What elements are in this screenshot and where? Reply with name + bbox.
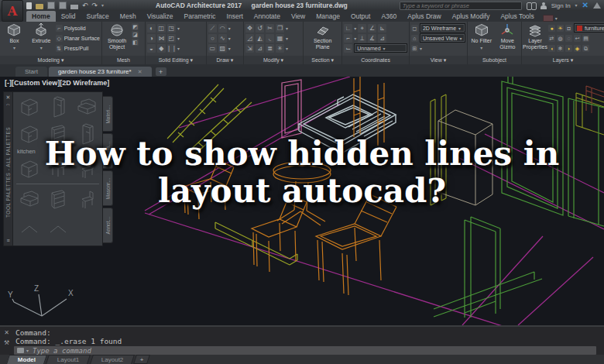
drawing-viewport[interactable]: [-][Custom View][2D Wireframe]: [0, 77, 604, 325]
search-input[interactable]: [400, 2, 522, 10]
sign-in-dropdown-icon[interactable]: ▾: [575, 2, 578, 9]
palette-autohide-icon[interactable]: ⇔: [5, 101, 11, 108]
tab-layout1[interactable]: Layout1: [46, 355, 91, 364]
panel-label-modeling[interactable]: Modeling ▾: [0, 56, 101, 64]
ribbon-tab-solid[interactable]: Solid: [56, 11, 81, 22]
palette-properties-icon[interactable]: ≡: [6, 237, 9, 244]
help-icon[interactable]: [593, 2, 601, 9]
layer-freeze2-icon[interactable]: ❄: [557, 45, 564, 52]
no-filter-tool[interactable]: No Filter ▾: [469, 23, 494, 50]
mesh-refine-icon[interactable]: ◩: [132, 23, 139, 30]
palette-tool-cabinet-3[interactable]: [72, 94, 101, 119]
aplus-toolbar-icon[interactable]: [543, 15, 554, 22]
panel-label-mesh[interactable]: Mesh: [102, 56, 145, 64]
save-as-icon[interactable]: [59, 2, 67, 9]
slice-icon[interactable]: ◆: [157, 44, 166, 53]
offset-icon[interactable]: ≣: [266, 44, 274, 53]
viewport-controls[interactable]: [-][Custom View][2D Wireframe]: [5, 79, 109, 87]
smooth-object-tool[interactable]: Smooth Object: [104, 23, 130, 50]
layer-merge-icon[interactable]: ⧉: [582, 45, 589, 52]
ribbon-tab-output[interactable]: Output: [345, 11, 376, 22]
ucs-origin-icon[interactable]: ∠: [368, 24, 376, 33]
command-customize-icon[interactable]: ⚒: [4, 340, 9, 346]
app-menu-button[interactable]: A: [2, 0, 23, 22]
mirror-icon[interactable]: ◭: [256, 34, 264, 43]
layer-walk-icon[interactable]: ▤: [582, 35, 589, 42]
layer-lock2-icon[interactable]: ◈: [574, 45, 581, 52]
extract-edges-icon[interactable]: ◫: [157, 24, 166, 33]
press-pull-tool[interactable]: ⇅ Press/Pull: [56, 43, 100, 53]
tab-layout2[interactable]: Layout2: [90, 355, 135, 364]
palette-tool-cabinet-2[interactable]: [43, 94, 72, 119]
hatch-icon[interactable]: ▨: [218, 44, 227, 53]
mesh-smooth-more-icon[interactable]: ◧: [132, 39, 139, 46]
intersect-icon[interactable]: ◒: [147, 44, 156, 53]
layer-dropdown[interactable]: furniture ▾: [574, 23, 604, 33]
shell-icon[interactable]: ❘❘: [167, 44, 176, 53]
mesh-crease-icon[interactable]: ◪: [132, 31, 139, 38]
layer-on-off-icon[interactable]: ●: [548, 25, 555, 32]
command-input[interactable]: [31, 346, 593, 355]
layer-properties-tool[interactable]: Layer Properties: [523, 23, 547, 50]
extrude-tool[interactable]: Extrude ▾: [29, 23, 54, 50]
ribbon-options-caret-icon[interactable]: ▾: [555, 15, 558, 21]
viewport-config-icon[interactable]: ⊞: [411, 45, 418, 52]
array-icon[interactable]: ▦: [276, 34, 284, 43]
ribbon-tab-parametric[interactable]: Parametric: [179, 11, 221, 22]
ribbon-tab-aplus-draw[interactable]: Aplus Draw: [402, 11, 446, 22]
layer-isolate-icon[interactable]: ◍: [557, 35, 564, 42]
ribbon-tab-home[interactable]: Home: [26, 11, 56, 22]
copy-icon[interactable]: ❐: [276, 24, 284, 33]
ribbon-tab-view[interactable]: View: [286, 11, 311, 22]
ribbon-tab-manage[interactable]: Manage: [311, 11, 345, 22]
panel-label-coordinates[interactable]: Coordinates: [342, 56, 409, 64]
circle-icon[interactable]: ○: [208, 34, 217, 43]
panel-label-modify[interactable]: Modify ▾: [244, 56, 303, 64]
new-file-icon[interactable]: [26, 2, 32, 9]
tab-close-icon[interactable]: ✕: [138, 69, 142, 75]
polysolid-tool[interactable]: ⌐ Polysolid: [56, 23, 100, 33]
command-recent-caret-icon[interactable]: ▾: [26, 348, 29, 353]
ribbon-tab-insert[interactable]: Insert: [221, 11, 249, 22]
extrude-caret-icon[interactable]: ▾: [40, 45, 43, 50]
panel-label-solid-editing[interactable]: Solid Editing ▾: [146, 56, 206, 64]
layer-freeze-icon[interactable]: ☀: [557, 25, 564, 32]
save-icon[interactable]: [47, 2, 55, 9]
panel-label-view[interactable]: View ▾: [410, 56, 467, 64]
undo-icon[interactable]: ↶: [82, 2, 88, 9]
erase-icon[interactable]: ◿: [245, 34, 254, 43]
ribbon-tab-visualize[interactable]: Visualize: [142, 11, 179, 22]
command-options-icon[interactable]: [17, 348, 24, 353]
panel-label-layers[interactable]: Layers ▾: [522, 56, 604, 64]
palette-tab-1[interactable]: Materi…: [103, 96, 113, 132]
layer-match-icon[interactable]: ⇄: [548, 35, 555, 42]
panel-label-draw[interactable]: Draw ▾: [207, 56, 243, 64]
box-caret-icon[interactable]: ▾: [13, 45, 15, 50]
subtract-icon[interactable]: ◑: [147, 34, 156, 43]
user-icon[interactable]: [541, 2, 547, 9]
palette-tab-4[interactable]: Annot…: [103, 208, 113, 243]
named-view-dropdown[interactable]: Unsaved View ▾: [420, 33, 465, 43]
ribbon-tab-a360[interactable]: A360: [376, 11, 402, 22]
plot-icon[interactable]: [70, 5, 78, 9]
ucs-face-icon[interactable]: ⊾: [378, 24, 386, 33]
ucs-named-icon[interactable]: ⌙: [344, 44, 352, 53]
no-filter-caret-icon[interactable]: ▾: [480, 45, 482, 50]
move-gizmo-tool[interactable]: Move Gizmo: [496, 23, 520, 50]
ucs-view-icon[interactable]: ∡: [368, 34, 376, 43]
interfere-icon[interactable]: ⋈: [157, 34, 166, 43]
layer-previous-icon[interactable]: ↩: [574, 35, 581, 42]
layer-lock-icon[interactable]: ◘: [565, 25, 572, 32]
ucs-world-icon[interactable]: ⌖: [358, 24, 366, 33]
polyline-icon[interactable]: ∿: [218, 34, 227, 43]
explode-icon[interactable]: ✳: [276, 44, 284, 53]
layer-thaw-icon[interactable]: ◗: [565, 45, 572, 52]
taper-face-icon[interactable]: ◰: [167, 34, 176, 43]
palette-close-icon[interactable]: ✕: [6, 94, 11, 101]
ribbon-tab-surface[interactable]: Surface: [81, 11, 115, 22]
union-icon[interactable]: ◐: [147, 24, 156, 33]
open-file-icon[interactable]: [36, 4, 43, 9]
rectangle-icon[interactable]: ▭: [208, 44, 217, 53]
panel-label-subobject[interactable]: Subobject: [468, 56, 521, 64]
new-layout-button[interactable]: +: [133, 355, 150, 364]
